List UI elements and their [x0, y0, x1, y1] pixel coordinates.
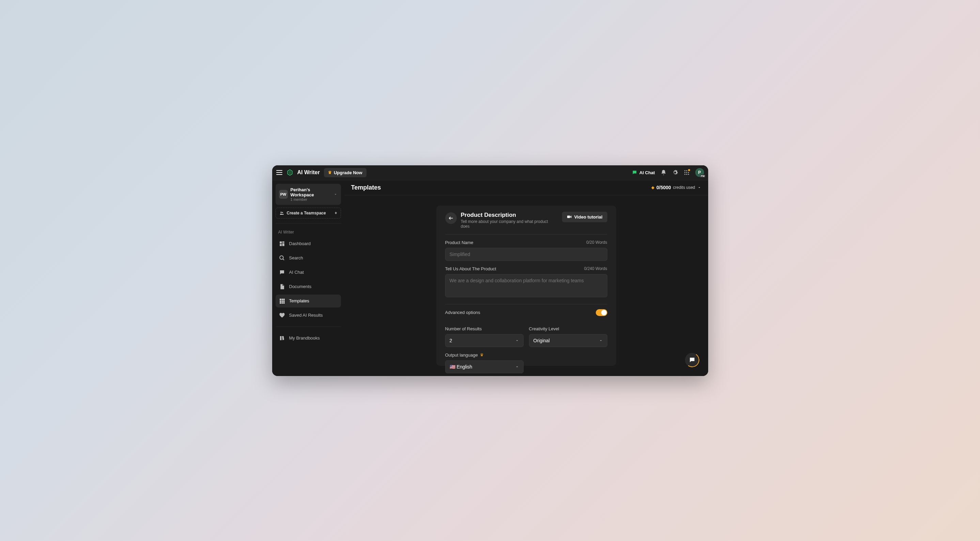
- toggle-knob: [601, 310, 607, 315]
- svg-point-17: [280, 256, 283, 259]
- search-icon: [279, 255, 285, 261]
- svg-point-7: [688, 172, 689, 173]
- product-desc-counter: 0/240 Words: [584, 266, 607, 271]
- app-logo-icon: [286, 169, 293, 176]
- advanced-options-row: Advanced options: [445, 304, 607, 321]
- ai-chat-link[interactable]: AI Chat: [632, 170, 655, 175]
- main-content: Product Description Tell more about your…: [344, 195, 708, 376]
- svg-rect-29: [567, 216, 570, 218]
- sidebar-section-title: AI Writer: [275, 228, 341, 236]
- svg-rect-15: [282, 243, 284, 246]
- main-header: Templates ◆ 0/5000 credits used: [344, 180, 708, 195]
- svg-point-5: [684, 172, 685, 173]
- form-card: Product Description Tell more about your…: [436, 206, 616, 366]
- svg-rect-20: [282, 298, 283, 300]
- chat-icon: [279, 269, 285, 275]
- document-icon: [279, 284, 285, 290]
- advanced-options-label: Advanced options: [445, 310, 480, 315]
- sidebar-item-brandbooks[interactable]: My Brandbooks: [275, 332, 341, 345]
- sidebar-item-label: Templates: [289, 298, 309, 303]
- sidebar-item-label: Search: [289, 255, 303, 260]
- product-name-field: Product Name 0/20 Words: [445, 240, 607, 261]
- form-header: Product Description Tell more about your…: [445, 212, 607, 235]
- svg-point-10: [688, 174, 689, 175]
- advanced-options-toggle[interactable]: [596, 309, 607, 316]
- bell-icon: [660, 169, 667, 176]
- svg-marker-1: [288, 171, 291, 174]
- notifications-button[interactable]: [660, 169, 667, 176]
- chevron-down-icon: [697, 185, 702, 190]
- product-name-input[interactable]: [445, 248, 607, 261]
- svg-point-3: [686, 170, 687, 171]
- sidebar-item-label: Documents: [289, 284, 312, 289]
- upgrade-label: Upgrade Now: [334, 170, 363, 175]
- product-name-counter: 0/20 Words: [586, 240, 607, 245]
- svg-rect-21: [283, 298, 285, 300]
- creativity-field: Creativity Level Original: [529, 326, 607, 347]
- product-desc-input[interactable]: [445, 274, 607, 297]
- output-language-select[interactable]: 🇺🇸 English: [445, 360, 523, 373]
- body: PW Perihan's Workspace 1 member Create a…: [272, 180, 708, 376]
- avatar-initial: P: [698, 170, 701, 175]
- svg-point-6: [686, 172, 687, 173]
- topbar: AI Writer ♛ Upgrade Now AI Chat P PW: [272, 165, 708, 180]
- sidebar-item-saved-results[interactable]: Saved AI Results: [275, 309, 341, 322]
- sidebar-item-label: Dashboard: [289, 241, 311, 246]
- sidebar-item-documents[interactable]: Documents: [275, 280, 341, 293]
- creativity-label: Creativity Level: [529, 326, 607, 331]
- credits-display[interactable]: ◆ 0/5000 credits used: [651, 185, 702, 190]
- ai-chat-label: AI Chat: [640, 170, 655, 175]
- output-language-label: Output language: [445, 353, 478, 357]
- svg-point-9: [686, 174, 687, 175]
- form-subtitle: Tell more about your company and what pr…: [461, 219, 558, 229]
- svg-line-18: [283, 259, 284, 260]
- sidebar-item-templates[interactable]: Templates: [275, 295, 341, 308]
- svg-rect-25: [280, 302, 281, 303]
- svg-point-12: [282, 212, 283, 213]
- app-title: AI Writer: [298, 169, 320, 176]
- svg-point-11: [280, 211, 282, 213]
- svg-rect-24: [283, 300, 285, 302]
- num-results-select[interactable]: 2: [445, 334, 523, 347]
- diamond-icon: ◆: [651, 185, 654, 190]
- chevron-down-icon: [515, 338, 519, 343]
- svg-point-2: [684, 170, 685, 171]
- user-avatar[interactable]: P PW: [695, 168, 704, 177]
- upgrade-button[interactable]: ♛ Upgrade Now: [324, 168, 366, 177]
- heart-icon: [279, 312, 285, 318]
- notification-dot: [688, 169, 690, 171]
- video-tutorial-button[interactable]: Video tutorial: [562, 212, 607, 222]
- menu-icon[interactable]: [276, 170, 282, 175]
- chevron-down-icon: [515, 365, 519, 369]
- product-desc-field: Tell Us About The Product 0/240 Words: [445, 266, 607, 298]
- creativity-select[interactable]: Original: [529, 334, 607, 347]
- chevron-down-icon: [599, 338, 603, 343]
- num-results-field: Number of Results 2: [445, 326, 523, 347]
- divider: [275, 223, 341, 223]
- output-language-field: Output language ♛ 🇺🇸 English: [445, 353, 523, 373]
- avatar-sub: PW: [700, 174, 705, 178]
- creativity-value: Original: [533, 338, 550, 343]
- svg-rect-13: [280, 241, 282, 243]
- sidebar-item-search[interactable]: Search: [275, 252, 341, 265]
- sidebar-item-ai-chat[interactable]: AI Chat: [275, 266, 341, 279]
- settings-button[interactable]: [672, 169, 678, 176]
- workspace-selector[interactable]: PW Perihan's Workspace 1 member: [275, 184, 341, 205]
- arrow-left-icon: [448, 215, 454, 221]
- chevron-down-icon: [334, 192, 337, 196]
- workspace-name: Perihan's Workspace: [291, 187, 331, 197]
- back-button[interactable]: [445, 212, 457, 224]
- credits-label: credits used: [673, 185, 695, 190]
- create-teamspace-button[interactable]: Create a Teamspace +: [275, 207, 341, 219]
- sidebar-item-label: AI Chat: [289, 270, 304, 275]
- video-icon: [567, 214, 571, 219]
- create-teamspace-label: Create a Teamspace: [287, 211, 326, 215]
- crown-icon: ♛: [480, 353, 484, 357]
- sidebar-item-dashboard[interactable]: Dashboard: [275, 237, 341, 250]
- apps-button[interactable]: [684, 169, 690, 176]
- people-icon: [279, 211, 284, 215]
- grid-icon: [279, 298, 285, 304]
- chat-bubble-icon: [632, 170, 637, 175]
- credits-count: 0/5000: [656, 185, 671, 190]
- workspace-avatar: PW: [279, 190, 288, 199]
